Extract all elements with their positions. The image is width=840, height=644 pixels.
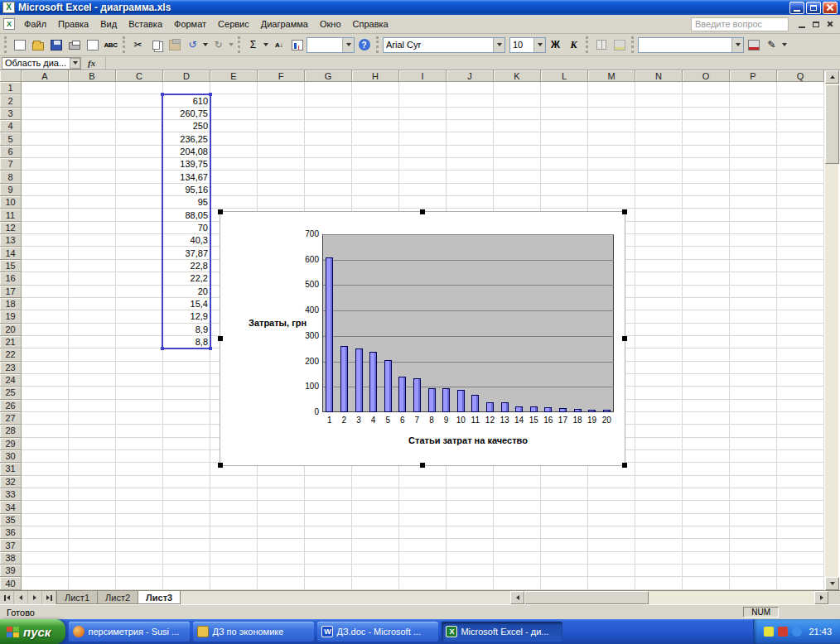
cell-N8[interactable] (635, 171, 683, 183)
cell-P4[interactable] (730, 120, 777, 132)
cell-B37[interactable] (69, 539, 116, 551)
chart-bar[interactable] (326, 257, 333, 412)
cell-F35[interactable] (258, 514, 305, 526)
cell-D26[interactable] (163, 400, 210, 412)
cell-D16[interactable]: 22,2 (163, 272, 210, 285)
cell-H6[interactable] (352, 146, 399, 158)
cell-N21[interactable] (635, 336, 683, 348)
cell-O2[interactable] (683, 94, 730, 107)
cell-E39[interactable] (210, 565, 258, 577)
borders-button[interactable] (592, 36, 610, 54)
cell-L33[interactable] (541, 488, 588, 501)
cell-B39[interactable] (69, 565, 116, 577)
cell-C38[interactable] (116, 552, 163, 565)
cell-G6[interactable] (305, 146, 352, 158)
row-header-37[interactable]: 37 (0, 539, 22, 551)
chart-bar[interactable] (515, 406, 523, 412)
cell-D8[interactable]: 134,67 (163, 171, 210, 183)
cell-F32[interactable] (258, 476, 305, 488)
cell-O8[interactable] (683, 171, 730, 183)
cell-H4[interactable] (352, 120, 399, 132)
sort-ascending-button[interactable]: А↓ (270, 36, 287, 54)
chart-selection-handle[interactable] (420, 463, 425, 468)
cell-M10[interactable] (588, 196, 635, 209)
cell-A37[interactable] (22, 539, 69, 551)
start-button[interactable]: пуск (0, 619, 65, 644)
cell-C5[interactable] (116, 132, 163, 145)
bold-button[interactable]: Ж (547, 36, 564, 54)
cell-A10[interactable] (22, 196, 69, 209)
paste-button[interactable] (166, 36, 183, 54)
cell-Q2[interactable] (777, 94, 824, 107)
cell-B1[interactable] (69, 82, 116, 94)
cell-H9[interactable] (352, 184, 399, 196)
cell-D17[interactable]: 20 (163, 286, 210, 298)
cell-G10[interactable] (305, 196, 352, 209)
cell-F7[interactable] (258, 158, 305, 171)
chart-bar[interactable] (340, 346, 348, 412)
cell-B21[interactable] (69, 336, 116, 348)
cell-I1[interactable] (399, 82, 447, 94)
cell-Q6[interactable] (777, 146, 824, 158)
cell-E38[interactable] (210, 552, 258, 565)
cell-F39[interactable] (258, 565, 305, 577)
chart-bar[interactable] (530, 406, 538, 412)
cell-L40[interactable] (541, 577, 588, 589)
cell-B25[interactable] (69, 387, 116, 399)
cell-D14[interactable]: 37,87 (163, 247, 210, 259)
restore-button[interactable] (806, 2, 821, 14)
cell-H35[interactable] (352, 514, 399, 526)
cell-A21[interactable] (22, 336, 69, 348)
cell-D33[interactable] (163, 488, 210, 501)
cell-C19[interactable] (116, 310, 163, 323)
cell-B7[interactable] (69, 158, 116, 171)
toolbar-grip[interactable] (123, 36, 126, 53)
row-header-40[interactable]: 40 (0, 577, 22, 589)
cell-K33[interactable] (494, 488, 541, 501)
cell-I2[interactable] (399, 94, 447, 107)
row-header-28[interactable]: 28 (0, 425, 22, 437)
cell-E1[interactable] (210, 82, 258, 94)
column-header-K[interactable]: K (494, 70, 541, 82)
cell-B35[interactable] (69, 514, 116, 526)
open-button[interactable] (29, 36, 46, 54)
cell-O36[interactable] (683, 526, 730, 539)
cell-L32[interactable] (541, 476, 588, 488)
cell-J38[interactable] (447, 552, 494, 565)
menu-item-Правка[interactable]: Правка (52, 16, 94, 32)
row-header-10[interactable]: 10 (0, 196, 22, 209)
cell-I8[interactable] (399, 171, 447, 183)
cell-P23[interactable] (730, 362, 777, 374)
cell-M3[interactable] (588, 108, 635, 120)
row-header-19[interactable]: 19 (0, 310, 22, 323)
cell-M38[interactable] (588, 552, 635, 565)
cell-B27[interactable] (69, 412, 116, 425)
cell-H2[interactable] (352, 94, 399, 107)
cell-Q30[interactable] (777, 450, 824, 463)
cell-I34[interactable] (399, 501, 447, 513)
cell-L2[interactable] (541, 94, 588, 107)
cell-D28[interactable] (163, 425, 210, 437)
menu-item-Формат[interactable]: Формат (168, 16, 212, 32)
vertical-scrollbar[interactable] (824, 70, 838, 590)
cell-G38[interactable] (305, 552, 352, 565)
row-header-20[interactable]: 20 (0, 324, 22, 336)
cell-B11[interactable] (69, 209, 116, 221)
column-header-A[interactable]: A (22, 70, 69, 82)
cell-G5[interactable] (305, 132, 352, 145)
cell-O18[interactable] (683, 298, 730, 310)
cell-A29[interactable] (22, 438, 69, 450)
cell-K32[interactable] (494, 476, 541, 488)
chart-bar[interactable] (544, 407, 552, 412)
cell-N2[interactable] (635, 94, 683, 107)
cell-L36[interactable] (541, 526, 588, 539)
cell-B32[interactable] (69, 476, 116, 488)
cell-M33[interactable] (588, 488, 635, 501)
cell-P5[interactable] (730, 132, 777, 145)
cell-J3[interactable] (447, 108, 494, 120)
cell-B34[interactable] (69, 501, 116, 513)
cell-P27[interactable] (730, 412, 777, 425)
cell-O30[interactable] (683, 450, 730, 463)
row-header-2[interactable]: 2 (0, 94, 22, 107)
cell-A38[interactable] (22, 552, 69, 565)
